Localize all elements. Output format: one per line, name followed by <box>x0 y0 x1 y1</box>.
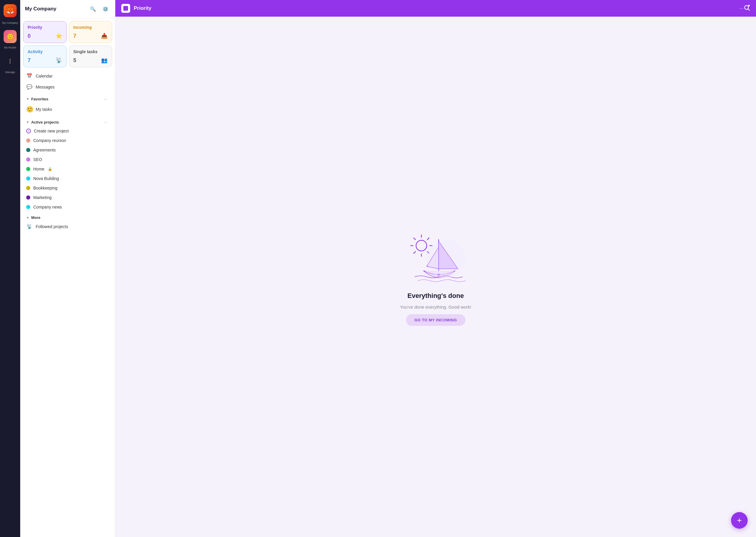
priority-star-icon: ⭐ <box>56 33 62 39</box>
project-dot-marketing <box>26 195 30 200</box>
main-body: Everything's done You've done everything… <box>115 17 756 537</box>
project-agreements[interactable]: Agreements <box>23 145 112 155</box>
card-activity[interactable]: Activity 7 📡 <box>23 45 67 67</box>
sidebar-header: My Company 🔍 ⚙️ <box>20 0 115 18</box>
topbar-title: Priority <box>134 5 737 11</box>
main-content: Priority ··· <box>115 0 756 537</box>
followed-projects-item[interactable]: 📡 Followed projects <box>23 221 112 232</box>
calendar-icon: 📅 <box>26 73 33 79</box>
active-projects-header-left: ▼ Active projects <box>26 120 59 124</box>
active-projects-section-header: ▼ Active projects ··· <box>23 117 112 126</box>
topbar-logo <box>121 4 130 13</box>
project-dot-home <box>26 167 30 171</box>
followed-projects-icon: 📡 <box>26 224 33 229</box>
project-seo[interactable]: SEO <box>23 155 112 164</box>
project-label-company-reunion: Company reunion <box>33 138 66 143</box>
card-incoming-label: Incoming <box>73 25 108 30</box>
sidebar-content: Priority 0 ⭐ Incoming 7 📥 Activity 7 📡 <box>20 18 115 537</box>
icon-bar: 🦊 My Company 🙂 My Nozbe Manage <box>0 0 20 537</box>
home-lock-icon: 🔒 <box>48 167 52 171</box>
sidebar: My Company 🔍 ⚙️ Priority 0 ⭐ Incoming 7 … <box>20 0 115 537</box>
project-home[interactable]: Home 🔒 <box>23 164 112 174</box>
card-incoming[interactable]: Incoming 7 📥 <box>69 21 112 43</box>
create-project-plus-icon <box>26 129 31 133</box>
project-label-home: Home <box>33 167 44 171</box>
my-nozbe-item[interactable]: 🙂 <box>2 29 18 44</box>
favorites-more-button[interactable]: ··· <box>102 96 109 102</box>
svg-point-2 <box>748 4 750 6</box>
nav-messages[interactable]: 💬 Messages <box>23 81 112 92</box>
goto-incoming-button[interactable]: GO TO MY INCOMING <box>406 314 465 326</box>
single-tasks-icon: 👥 <box>101 57 108 63</box>
project-label-seo: SEO <box>33 157 42 162</box>
card-activity-count: 7 <box>28 57 31 63</box>
project-company-news[interactable]: Company news <box>23 202 112 212</box>
project-dot-company-news <box>26 205 30 209</box>
create-new-project-item[interactable]: Create new project <box>23 126 112 136</box>
messages-icon: 💬 <box>26 84 33 90</box>
svg-line-10 <box>427 238 429 240</box>
card-activity-footer: 7 📡 <box>28 57 62 63</box>
nav-calendar-label: Calendar <box>36 74 53 78</box>
card-activity-label: Activity <box>28 49 62 54</box>
card-priority-label: Priority <box>28 25 62 30</box>
project-marketing[interactable]: Marketing <box>23 193 112 202</box>
card-incoming-footer: 7 📥 <box>73 33 108 39</box>
active-projects-label: Active projects <box>31 120 59 124</box>
project-label-company-news: Company news <box>33 205 62 209</box>
fab-add-button[interactable]: + <box>731 512 748 529</box>
workspace-avatar[interactable]: 🦊 <box>2 3 18 19</box>
project-dot-nova-building <box>26 177 30 181</box>
search-button[interactable]: 🔍 <box>88 4 98 14</box>
workspace-label: My Company <box>1 21 19 25</box>
create-new-project-label: Create new project <box>34 129 69 133</box>
active-projects-chevron-icon: ▼ <box>26 120 29 124</box>
followed-projects-label: Followed projects <box>36 224 68 229</box>
project-label-nova-building: Nova Building <box>33 176 59 181</box>
more-chevron-icon: ▼ <box>26 216 29 220</box>
project-dot-company-reunion <box>26 139 30 143</box>
my-nozbe-label: My Nozbe <box>1 46 19 49</box>
manage-item[interactable] <box>2 54 18 69</box>
sidebar-title: My Company <box>25 6 57 12</box>
topbar-search-button[interactable] <box>743 4 750 13</box>
svg-line-11 <box>414 252 416 253</box>
topbar-logo-icon <box>123 6 128 11</box>
nav-calendar[interactable]: 📅 Calendar <box>23 70 112 81</box>
card-single-tasks[interactable]: Single tasks 5 👥 <box>69 45 112 67</box>
settings-button[interactable]: ⚙️ <box>101 4 110 14</box>
activity-feed-icon: 📡 <box>56 57 62 63</box>
my-tasks-label: My tasks <box>36 107 52 112</box>
active-projects-more-button[interactable]: ··· <box>102 119 109 125</box>
svg-point-16 <box>427 240 466 278</box>
project-nova-building[interactable]: Nova Building <box>23 174 112 183</box>
project-company-reunion[interactable]: Company reunion <box>23 136 112 145</box>
more-section-header: ▼ More <box>23 213 112 221</box>
sailboat-illustration <box>400 228 471 287</box>
manage-label: Manage <box>1 71 19 74</box>
empty-state-title: Everything's done <box>407 292 464 300</box>
card-single-tasks-footer: 5 👥 <box>73 57 108 63</box>
more-section-label: More <box>31 215 40 220</box>
project-bookkeeping[interactable]: Bookkeeping <box>23 183 112 193</box>
project-label-bookkeeping: Bookkeeping <box>33 186 57 190</box>
empty-state-subtitle: You've done everything. Good work! <box>400 305 471 310</box>
card-priority[interactable]: Priority 0 ⭐ <box>23 21 67 43</box>
nav-messages-label: Messages <box>36 85 55 89</box>
project-label-agreements: Agreements <box>33 147 56 152</box>
project-dot-seo <box>26 157 30 162</box>
card-priority-count: 0 <box>28 33 31 39</box>
svg-line-1 <box>748 9 749 10</box>
svg-point-3 <box>416 240 427 251</box>
my-tasks-item[interactable]: 🙂 My tasks <box>23 103 112 115</box>
topbar-more-button[interactable]: ··· <box>739 5 743 12</box>
card-priority-footer: 0 ⭐ <box>28 33 62 39</box>
card-single-tasks-label: Single tasks <box>73 49 108 54</box>
favorites-chevron-icon: ▼ <box>26 97 29 101</box>
incoming-inbox-icon: 📥 <box>101 33 108 39</box>
project-dot-bookkeeping <box>26 186 30 190</box>
sidebar-header-icons: 🔍 ⚙️ <box>88 4 110 14</box>
svg-line-8 <box>414 238 416 240</box>
card-incoming-count: 7 <box>73 33 76 39</box>
cards-grid: Priority 0 ⭐ Incoming 7 📥 Activity 7 📡 <box>23 21 112 67</box>
